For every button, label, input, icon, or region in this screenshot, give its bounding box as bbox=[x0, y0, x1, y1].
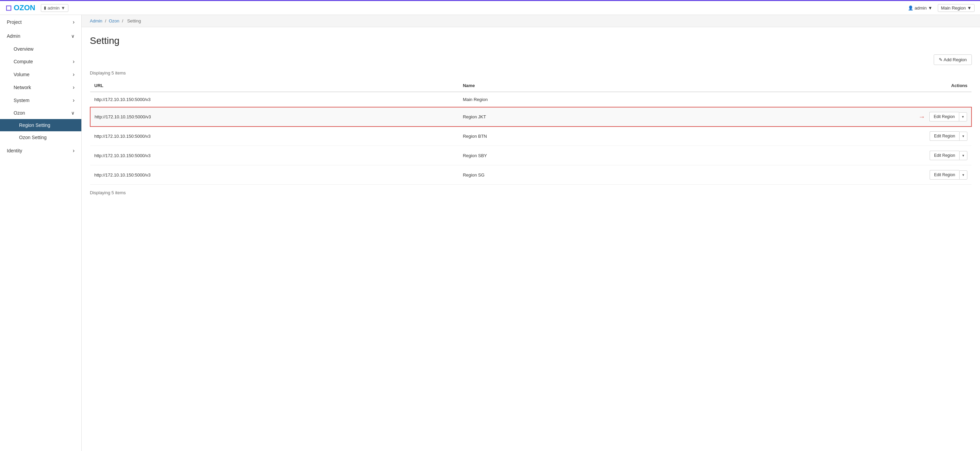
sidebar-item-ozon[interactable]: Ozon ∨ bbox=[0, 107, 81, 119]
col-name: Name bbox=[459, 79, 646, 92]
sidebar-item-ozon-setting[interactable]: Ozon Setting bbox=[0, 131, 81, 143]
page-content: Setting ✎ Add Region Displaying 5 items … bbox=[82, 27, 980, 203]
sidebar-item-label: Compute bbox=[14, 59, 33, 64]
breadcrumb-current: Setting bbox=[127, 18, 141, 24]
sidebar-item-network[interactable]: Network › bbox=[0, 81, 81, 94]
sidebar-item-label: Project bbox=[7, 19, 22, 25]
breadcrumb-sep2: / bbox=[122, 18, 124, 24]
chevron-right-icon: › bbox=[73, 97, 75, 103]
edit-region-button[interactable]: Edit Region bbox=[930, 151, 959, 160]
content-area: Admin / Ozon / Setting Setting ✎ Add Reg… bbox=[82, 15, 980, 451]
sidebar: Project › Admin ∨ Overview Compute › Vol… bbox=[0, 15, 82, 451]
logo: ◻ OZON bbox=[5, 3, 35, 12]
sidebar-item-identity[interactable]: Identity › bbox=[0, 143, 81, 158]
chevron-right-icon: › bbox=[73, 71, 75, 78]
cell-url: http://172.10.10.150:5000/v3 bbox=[90, 165, 459, 185]
breadcrumb-admin[interactable]: Admin bbox=[90, 18, 102, 24]
region-chevron-icon: ▼ bbox=[967, 5, 972, 11]
edit-region-dropdown-button[interactable]: ▾ bbox=[959, 112, 967, 121]
chevron-down-icon: ∨ bbox=[71, 110, 75, 116]
sidebar-item-system[interactable]: System › bbox=[0, 94, 81, 107]
edit-region-dropdown-button[interactable]: ▾ bbox=[959, 151, 967, 160]
user-menu[interactable]: 👤 admin ▼ bbox=[908, 5, 932, 11]
chevron-right-icon: › bbox=[73, 84, 75, 91]
sidebar-item-admin[interactable]: Admin ∨ bbox=[0, 29, 81, 43]
chevron-right-icon: › bbox=[73, 19, 75, 25]
region-label: Main Region bbox=[941, 5, 966, 11]
col-actions: Actions bbox=[646, 79, 972, 92]
breadcrumb-sep1: / bbox=[105, 18, 107, 24]
table-row: http://172.10.10.150:5000/v3Region SBYEd… bbox=[90, 146, 972, 165]
navbar: ◻ OZON ▮ admin ▼ 👤 admin ▼ Main Region ▼ bbox=[0, 0, 980, 15]
sidebar-item-label: Overview bbox=[14, 46, 33, 52]
table-row: http://172.10.10.150:5000/v3Region BTNEd… bbox=[90, 127, 972, 146]
edit-region-button[interactable]: Edit Region bbox=[930, 131, 959, 141]
navbar-left: ◻ OZON ▮ admin ▼ bbox=[5, 3, 68, 12]
col-url: URL bbox=[90, 79, 459, 92]
cell-actions: Edit Region▾ bbox=[646, 146, 972, 165]
sidebar-item-region-setting[interactable]: Region Setting bbox=[0, 119, 81, 131]
sidebar-item-volume[interactable]: Volume › bbox=[0, 68, 81, 81]
admin-label: admin bbox=[48, 5, 60, 11]
actions-bar: ✎ Add Region bbox=[90, 54, 972, 65]
cell-name: Region JKT bbox=[459, 107, 646, 127]
edit-region-button[interactable]: Edit Region bbox=[930, 170, 959, 179]
user-label: admin bbox=[915, 5, 927, 11]
data-table: URL Name Actions http://172.10.10.150:50… bbox=[90, 79, 972, 185]
edit-region-button[interactable]: Edit Region bbox=[929, 112, 959, 121]
cell-actions: Edit Region▾ bbox=[646, 127, 972, 146]
breadcrumb-ozon[interactable]: Ozon bbox=[109, 18, 119, 24]
admin-icon: ▮ bbox=[44, 5, 46, 10]
sidebar-item-label: Volume bbox=[14, 72, 30, 77]
edit-region-dropdown-button[interactable]: ▾ bbox=[959, 170, 967, 179]
chevron-down-icon: ∨ bbox=[71, 33, 75, 39]
cell-url: http://172.10.10.150:5000/v3 bbox=[90, 127, 459, 146]
items-count-top: Displaying 5 items bbox=[90, 70, 972, 76]
user-chevron-icon: ▼ bbox=[928, 5, 932, 11]
sidebar-item-project[interactable]: Project › bbox=[0, 15, 81, 29]
cell-url: http://172.10.10.150:5000/v3 bbox=[90, 146, 459, 165]
items-count-bottom: Displaying 5 items bbox=[90, 190, 972, 195]
table-row: http://172.10.10.150:5000/v3Region SGEdi… bbox=[90, 165, 972, 185]
cell-url: http://172.10.10.150:5000/v3 bbox=[90, 107, 459, 127]
edit-region-dropdown-button[interactable]: ▾ bbox=[959, 132, 967, 141]
navbar-right: 👤 admin ▼ Main Region ▼ bbox=[908, 4, 975, 12]
red-arrow-icon: → bbox=[918, 113, 925, 121]
sidebar-item-label: Ozon bbox=[14, 110, 25, 116]
chevron-right-icon: › bbox=[73, 59, 75, 65]
logo-icon: ◻ bbox=[5, 3, 11, 12]
cell-actions bbox=[646, 92, 972, 107]
cell-actions: Edit Region▾ bbox=[646, 165, 972, 185]
sidebar-item-label: Ozon Setting bbox=[19, 135, 47, 140]
logo-label: OZON bbox=[14, 3, 35, 12]
cell-name: Region BTN bbox=[459, 127, 646, 146]
user-icon: 👤 bbox=[908, 5, 913, 11]
table-row: http://172.10.10.150:5000/v3Region JKT→E… bbox=[90, 107, 972, 127]
table-header-row: URL Name Actions bbox=[90, 79, 972, 92]
sidebar-item-label: Identity bbox=[7, 148, 22, 153]
table-wrapper: URL Name Actions http://172.10.10.150:50… bbox=[90, 79, 972, 185]
cell-name: Main Region bbox=[459, 92, 646, 107]
chevron-right-icon: › bbox=[73, 148, 75, 154]
region-menu[interactable]: Main Region ▼ bbox=[938, 4, 975, 12]
add-region-button[interactable]: ✎ Add Region bbox=[934, 54, 972, 65]
breadcrumb: Admin / Ozon / Setting bbox=[82, 15, 980, 27]
sidebar-item-overview[interactable]: Overview bbox=[0, 43, 81, 55]
sidebar-item-label: Admin bbox=[7, 33, 21, 39]
sidebar-item-compute[interactable]: Compute › bbox=[0, 55, 81, 68]
cell-actions: →Edit Region▾ bbox=[646, 107, 972, 127]
table-row: http://172.10.10.150:5000/v3Main Region bbox=[90, 92, 972, 107]
logo-text: ◻ OZON bbox=[5, 3, 35, 12]
page-title: Setting bbox=[90, 35, 972, 46]
cell-url: http://172.10.10.150:5000/v3 bbox=[90, 92, 459, 107]
main-layout: Project › Admin ∨ Overview Compute › Vol… bbox=[0, 15, 980, 451]
cell-name: Region SG bbox=[459, 165, 646, 185]
sidebar-item-label: System bbox=[14, 98, 30, 103]
sidebar-item-label: Network bbox=[14, 85, 31, 90]
admin-menu[interactable]: ▮ admin ▼ bbox=[41, 4, 68, 12]
cell-name: Region SBY bbox=[459, 146, 646, 165]
sidebar-item-label: Region Setting bbox=[19, 122, 50, 128]
admin-chevron-icon: ▼ bbox=[61, 5, 65, 11]
